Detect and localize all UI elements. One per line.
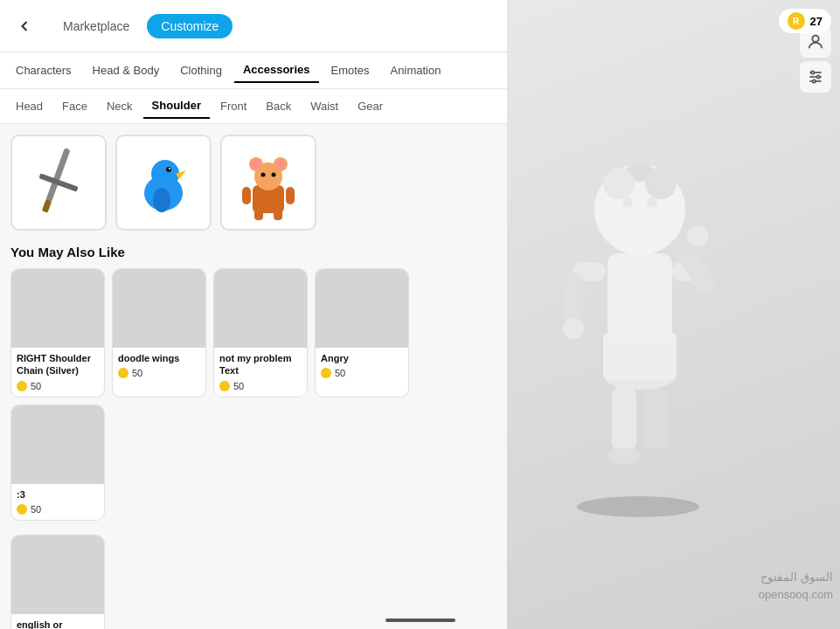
svg-point-31 <box>608 447 640 465</box>
sub-category-nav: HeadFaceNeckShoulderFrontBackWaistGear <box>0 89 507 124</box>
watermark-line1: السوق المفتوح <box>759 569 833 586</box>
suggestion-info-3: not my problem Text 50 <box>214 348 307 397</box>
suggestion-card-3[interactable]: not my problem Text 50 <box>213 268 308 397</box>
svg-point-28 <box>577 496 699 517</box>
svg-point-44 <box>622 197 633 208</box>
svg-point-7 <box>166 167 171 172</box>
svg-point-25 <box>811 71 814 73</box>
back-button[interactable] <box>10 12 38 40</box>
suggestion-info-1: RIGHT Shoulder Chain (Silver) 50 <box>11 348 104 397</box>
price-value-3: 50 <box>233 381 244 391</box>
equipped-item-bird[interactable] <box>115 135 212 231</box>
right-panel: السوق المفتوح opensooq.com <box>507 0 840 629</box>
suggestion-price-3: 50 <box>219 381 302 391</box>
sub-category-item-shoulder[interactable]: Shoulder <box>143 93 210 119</box>
coin-icon-4 <box>321 368 331 378</box>
suggestion-info-2: doodle wings 50 <box>113 348 205 384</box>
sub-category-item-head[interactable]: Head <box>7 94 52 118</box>
left-panel: You May Also Like RIGHT Shoulder Chain (… <box>0 124 507 629</box>
suggestion-price-2: 50 <box>118 368 200 378</box>
suggestion-name-3: not my problem Text <box>219 352 302 377</box>
tab-group: Marketplace Customize <box>49 14 233 38</box>
character-3d-preview <box>524 44 752 533</box>
suggestion-thumb-6 <box>11 536 105 614</box>
svg-point-5 <box>153 188 170 212</box>
svg-point-16 <box>272 173 276 177</box>
suggestion-name-4: Angry <box>321 352 403 364</box>
you-may-also-like-title: You May Also Like <box>10 245 496 259</box>
svg-point-4 <box>151 160 179 188</box>
sub-category-item-front[interactable]: Front <box>212 94 255 118</box>
category-item-accessories[interactable]: Accessories <box>234 58 319 83</box>
bottom-bar <box>0 612 840 629</box>
suggestion-thumb-2 <box>113 269 206 348</box>
category-nav: CharactersHead & BodyClothingAccessories… <box>0 52 507 89</box>
suggestion-card-4[interactable]: Angry 50 <box>315 268 409 397</box>
svg-rect-37 <box>564 273 583 325</box>
equipped-item-sword[interactable] <box>10 135 107 231</box>
svg-rect-19 <box>242 187 251 204</box>
suggestion-info-4: Angry 50 <box>316 348 408 384</box>
sub-category-item-neck[interactable]: Neck <box>98 94 142 118</box>
watermark: السوق المفتوح opensooq.com <box>759 569 840 603</box>
mouse-character-icon <box>233 143 303 222</box>
sub-category-item-back[interactable]: Back <box>257 94 300 118</box>
suggestion-name-1: RIGHT Shoulder Chain (Silver) <box>17 352 99 377</box>
home-indicator <box>385 619 455 622</box>
coin-icon-1 <box>17 381 27 391</box>
topbar: Marketplace Customize <box>0 0 507 52</box>
suggestions-grid: RIGHT Shoulder Chain (Silver) 50 doodle … <box>10 268 496 521</box>
svg-point-45 <box>647 197 657 208</box>
sword-icon <box>19 143 98 222</box>
suggestion-price-4: 50 <box>321 368 403 378</box>
suggestion-thumb-5 <box>11 405 105 484</box>
svg-point-32 <box>640 447 671 465</box>
watermark-line2: opensooq.com <box>759 586 833 604</box>
bird-icon <box>128 148 198 218</box>
tab-customize[interactable]: Customize <box>147 14 233 38</box>
coin-icon-2 <box>118 368 128 378</box>
svg-rect-35 <box>607 253 672 339</box>
svg-point-14 <box>276 160 285 169</box>
equipped-item-mouse[interactable] <box>220 135 316 231</box>
coin-icon-3 <box>219 381 230 391</box>
suggestion-name-5: :3 <box>17 488 99 501</box>
suggestion-card-2[interactable]: doodle wings 50 <box>112 268 206 397</box>
suggestion-card-1[interactable]: RIGHT Shoulder Chain (Silver) 50 <box>10 268 105 397</box>
currency-amount: 27 <box>810 15 823 28</box>
currency-display: R 27 <box>779 9 831 33</box>
category-item-emotes[interactable]: Emotes <box>323 59 378 82</box>
sub-category-item-waist[interactable]: Waist <box>302 94 347 118</box>
svg-rect-20 <box>286 187 295 204</box>
price-value-4: 50 <box>335 368 345 378</box>
suggestion-thumb-3 <box>214 269 308 348</box>
suggestion-info-5: :3 50 <box>11 484 104 520</box>
category-item-head-body[interactable]: Head & Body <box>84 59 169 82</box>
svg-rect-49 <box>628 164 652 175</box>
suggestion-thumb-4 <box>316 269 409 348</box>
svg-point-38 <box>563 318 584 339</box>
sub-category-item-gear[interactable]: Gear <box>349 94 392 118</box>
currency-icon: R <box>788 12 805 30</box>
svg-rect-29 <box>612 384 636 454</box>
price-value-2: 50 <box>132 368 142 378</box>
category-item-animation[interactable]: Animation <box>382 59 450 82</box>
svg-point-13 <box>252 160 260 169</box>
price-value-5: 50 <box>31 504 41 515</box>
svg-rect-34 <box>603 332 677 380</box>
svg-rect-0 <box>45 148 71 203</box>
suggestion-thumb-1 <box>11 269 105 348</box>
svg-point-41 <box>687 225 708 246</box>
svg-rect-2 <box>42 199 52 213</box>
tab-marketplace[interactable]: Marketplace <box>49 14 143 38</box>
category-item-clothing[interactable]: Clothing <box>171 59 231 82</box>
svg-point-27 <box>813 79 816 82</box>
suggestion-card-5[interactable]: :3 50 <box>10 404 105 521</box>
suggestion-price-5: 50 <box>17 504 99 515</box>
category-item-characters[interactable]: Characters <box>7 59 80 82</box>
svg-point-8 <box>169 168 170 169</box>
sub-category-item-face[interactable]: Face <box>53 94 96 118</box>
settings-icon[interactable] <box>800 61 831 93</box>
suggestion-name-2: doodle wings <box>118 352 200 364</box>
svg-rect-18 <box>274 210 282 220</box>
